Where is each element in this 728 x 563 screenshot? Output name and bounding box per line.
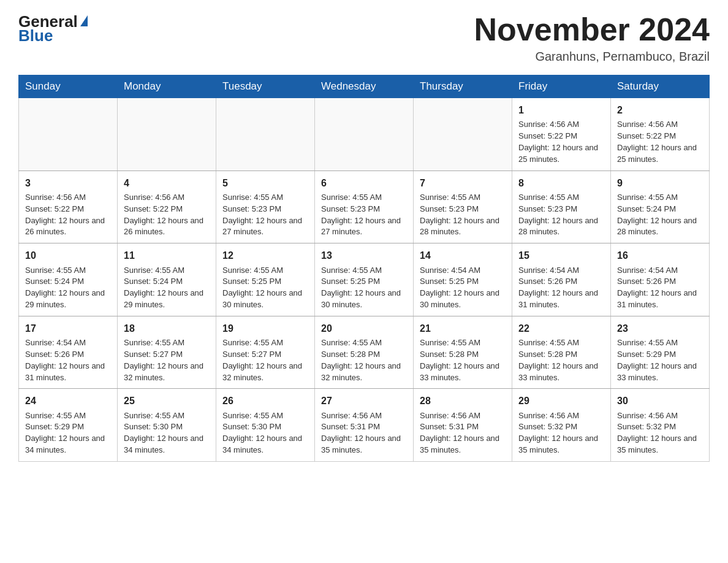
calendar-header-row: SundayMondayTuesdayWednesdayThursdayFrid… [19, 75, 710, 98]
calendar-cell-21: 21Sunrise: 4:55 AMSunset: 5:28 PMDayligh… [414, 316, 512, 389]
day-info: Sunrise: 4:54 AMSunset: 5:26 PMDaylight:… [25, 337, 111, 383]
day-info: Sunrise: 4:56 AMSunset: 5:32 PMDaylight:… [617, 410, 703, 456]
day-info: Sunrise: 4:55 AMSunset: 5:30 PMDaylight:… [124, 410, 210, 456]
calendar-cell-12: 12Sunrise: 4:55 AMSunset: 5:25 PMDayligh… [216, 243, 315, 316]
day-number: 12 [222, 248, 308, 262]
calendar-cell-3: 3Sunrise: 4:56 AMSunset: 5:22 PMDaylight… [19, 170, 118, 243]
day-number: 16 [617, 248, 703, 262]
calendar-cell-empty-0-3 [315, 98, 414, 171]
day-number: 9 [617, 176, 703, 190]
day-number: 28 [420, 394, 506, 408]
day-info: Sunrise: 4:55 AMSunset: 5:29 PMDaylight:… [617, 337, 703, 383]
logo-blue-text: Blue [18, 26, 53, 45]
day-number: 10 [25, 248, 111, 262]
calendar-cell-16: 16Sunrise: 4:54 AMSunset: 5:26 PMDayligh… [611, 243, 710, 316]
day-number: 11 [124, 248, 210, 262]
day-info: Sunrise: 4:56 AMSunset: 5:22 PMDaylight:… [25, 192, 111, 238]
day-number: 21 [420, 321, 506, 335]
calendar-header-sunday: Sunday [19, 75, 118, 98]
calendar-cell-9: 9Sunrise: 4:55 AMSunset: 5:24 PMDaylight… [611, 170, 710, 243]
day-number: 29 [518, 394, 604, 408]
day-info: Sunrise: 4:56 AMSunset: 5:31 PMDaylight:… [420, 410, 506, 456]
logo: General Blue [18, 12, 88, 45]
day-number: 7 [420, 176, 506, 190]
calendar-cell-7: 7Sunrise: 4:55 AMSunset: 5:23 PMDaylight… [414, 170, 512, 243]
day-number: 20 [321, 321, 407, 335]
day-number: 3 [25, 176, 111, 190]
day-info: Sunrise: 4:55 AMSunset: 5:28 PMDaylight:… [518, 337, 604, 383]
day-info: Sunrise: 4:55 AMSunset: 5:23 PMDaylight:… [518, 192, 604, 238]
day-info: Sunrise: 4:55 AMSunset: 5:30 PMDaylight:… [222, 410, 308, 456]
calendar-header-friday: Friday [512, 75, 611, 98]
calendar-cell-28: 28Sunrise: 4:56 AMSunset: 5:31 PMDayligh… [414, 389, 512, 462]
calendar-cell-1: 1Sunrise: 4:56 AMSunset: 5:22 PMDaylight… [512, 98, 611, 171]
day-number: 24 [25, 394, 111, 408]
day-number: 2 [617, 103, 703, 117]
day-number: 8 [518, 176, 604, 190]
calendar-cell-5: 5Sunrise: 4:55 AMSunset: 5:23 PMDaylight… [216, 170, 315, 243]
day-info: Sunrise: 4:55 AMSunset: 5:28 PMDaylight:… [321, 337, 407, 383]
day-info: Sunrise: 4:54 AMSunset: 5:26 PMDaylight:… [617, 265, 703, 311]
day-number: 6 [321, 176, 407, 190]
calendar-header-saturday: Saturday [611, 75, 710, 98]
calendar-week-row-2: 3Sunrise: 4:56 AMSunset: 5:22 PMDaylight… [19, 170, 710, 243]
calendar-cell-4: 4Sunrise: 4:56 AMSunset: 5:22 PMDaylight… [118, 170, 216, 243]
calendar-cell-10: 10Sunrise: 4:55 AMSunset: 5:24 PMDayligh… [19, 243, 118, 316]
day-number: 23 [617, 321, 703, 335]
day-info: Sunrise: 4:55 AMSunset: 5:28 PMDaylight:… [420, 337, 506, 383]
day-info: Sunrise: 4:55 AMSunset: 5:29 PMDaylight:… [25, 410, 111, 456]
calendar-cell-20: 20Sunrise: 4:55 AMSunset: 5:28 PMDayligh… [315, 316, 414, 389]
calendar-cell-17: 17Sunrise: 4:54 AMSunset: 5:26 PMDayligh… [19, 316, 118, 389]
calendar-week-row-4: 17Sunrise: 4:54 AMSunset: 5:26 PMDayligh… [19, 316, 710, 389]
calendar-header-monday: Monday [118, 75, 216, 98]
calendar-cell-empty-0-1 [118, 98, 216, 171]
logo-triangle-icon [80, 15, 88, 26]
calendar-cell-27: 27Sunrise: 4:56 AMSunset: 5:31 PMDayligh… [315, 389, 414, 462]
calendar-cell-empty-0-0 [19, 98, 118, 171]
day-info: Sunrise: 4:54 AMSunset: 5:26 PMDaylight:… [518, 265, 604, 311]
day-number: 26 [222, 394, 308, 408]
month-title: November 2024 [474, 12, 710, 47]
day-number: 4 [124, 176, 210, 190]
day-info: Sunrise: 4:55 AMSunset: 5:23 PMDaylight:… [420, 192, 506, 238]
day-number: 15 [518, 248, 604, 262]
day-number: 22 [518, 321, 604, 335]
calendar-cell-empty-0-2 [216, 98, 315, 171]
calendar-week-row-3: 10Sunrise: 4:55 AMSunset: 5:24 PMDayligh… [19, 243, 710, 316]
day-info: Sunrise: 4:55 AMSunset: 5:24 PMDaylight:… [25, 265, 111, 311]
day-number: 27 [321, 394, 407, 408]
calendar-cell-23: 23Sunrise: 4:55 AMSunset: 5:29 PMDayligh… [611, 316, 710, 389]
calendar-cell-30: 30Sunrise: 4:56 AMSunset: 5:32 PMDayligh… [611, 389, 710, 462]
calendar-header-thursday: Thursday [414, 75, 512, 98]
day-info: Sunrise: 4:56 AMSunset: 5:32 PMDaylight:… [518, 410, 604, 456]
day-number: 19 [222, 321, 308, 335]
calendar-cell-24: 24Sunrise: 4:55 AMSunset: 5:29 PMDayligh… [19, 389, 118, 462]
calendar-cell-29: 29Sunrise: 4:56 AMSunset: 5:32 PMDayligh… [512, 389, 611, 462]
day-info: Sunrise: 4:55 AMSunset: 5:27 PMDaylight:… [124, 337, 210, 383]
calendar-cell-2: 2Sunrise: 4:56 AMSunset: 5:22 PMDaylight… [611, 98, 710, 171]
calendar-cell-13: 13Sunrise: 4:55 AMSunset: 5:25 PMDayligh… [315, 243, 414, 316]
day-info: Sunrise: 4:55 AMSunset: 5:25 PMDaylight:… [321, 265, 407, 311]
calendar-cell-26: 26Sunrise: 4:55 AMSunset: 5:30 PMDayligh… [216, 389, 315, 462]
day-number: 30 [617, 394, 703, 408]
day-number: 17 [25, 321, 111, 335]
page-header: General Blue November 2024 Garanhuns, Pe… [18, 12, 710, 64]
calendar-cell-25: 25Sunrise: 4:55 AMSunset: 5:30 PMDayligh… [118, 389, 216, 462]
day-number: 14 [420, 248, 506, 262]
calendar-week-row-5: 24Sunrise: 4:55 AMSunset: 5:29 PMDayligh… [19, 389, 710, 462]
location-subtitle: Garanhuns, Pernambuco, Brazil [474, 50, 710, 64]
day-info: Sunrise: 4:56 AMSunset: 5:31 PMDaylight:… [321, 410, 407, 456]
calendar-header-tuesday: Tuesday [216, 75, 315, 98]
calendar-table: SundayMondayTuesdayWednesdayThursdayFrid… [18, 75, 710, 462]
day-number: 1 [518, 103, 604, 117]
day-info: Sunrise: 4:55 AMSunset: 5:25 PMDaylight:… [222, 265, 308, 311]
day-number: 5 [222, 176, 308, 190]
calendar-cell-11: 11Sunrise: 4:55 AMSunset: 5:24 PMDayligh… [118, 243, 216, 316]
calendar-header-wednesday: Wednesday [315, 75, 414, 98]
day-info: Sunrise: 4:56 AMSunset: 5:22 PMDaylight:… [518, 119, 604, 165]
day-number: 18 [124, 321, 210, 335]
day-info: Sunrise: 4:55 AMSunset: 5:23 PMDaylight:… [321, 192, 407, 238]
calendar-cell-15: 15Sunrise: 4:54 AMSunset: 5:26 PMDayligh… [512, 243, 611, 316]
calendar-cell-22: 22Sunrise: 4:55 AMSunset: 5:28 PMDayligh… [512, 316, 611, 389]
calendar-cell-14: 14Sunrise: 4:54 AMSunset: 5:25 PMDayligh… [414, 243, 512, 316]
